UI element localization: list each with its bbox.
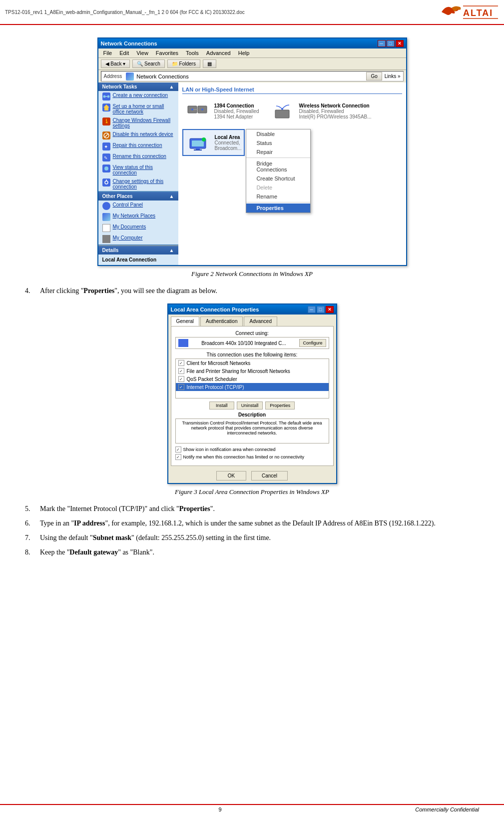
comp-file-sharing-label: File and Printer Sharing for Microsoft N… [187, 368, 290, 374]
sidebar-rename[interactable]: ✎ Rename this connection [98, 152, 178, 163]
figure2-container: Network Connections ─ □ ✕ File Edit View… [25, 38, 479, 278]
sidebar-disable-device[interactable]: Disable this network device [98, 130, 178, 141]
para4-num: 4. [25, 286, 35, 296]
item-6: 6. Type in an "IP address", for example,… [25, 518, 479, 528]
props-close[interactable]: ✕ [326, 306, 334, 313]
altai-logo-svg: ALTAI [439, 2, 499, 22]
other-places-title: Other Places ▲ [98, 192, 178, 200]
svg-point-5 [107, 96, 109, 98]
tab-authentication[interactable]: Authentication [200, 316, 243, 326]
network-tasks-title: Network Tasks ▲ [98, 82, 178, 91]
comp-file-sharing[interactable]: ✓ File and Printer Sharing for Microsoft… [176, 367, 329, 375]
ctx-properties[interactable]: Properties [246, 204, 310, 212]
svg-text:✦: ✦ [104, 144, 108, 150]
comp-client[interactable]: ✓ Client for Microsoft Networks [176, 359, 329, 367]
winxp-titlebar: Network Connections ─ □ ✕ [98, 38, 406, 48]
network-places-icon [102, 213, 110, 221]
uninstall-button[interactable]: Uninstall [237, 402, 263, 410]
back-button[interactable]: ◀ Back ▾ [101, 60, 130, 68]
menu-file[interactable]: File [101, 50, 115, 56]
repair-icon: ✦ [102, 142, 110, 150]
ctx-delete: Delete [246, 183, 310, 192]
props-minimize[interactable]: ─ [308, 306, 316, 313]
conn-wireless-info: Wireless Network Connection Disabled, Fi… [299, 103, 372, 120]
conn-1394-icon [185, 101, 209, 121]
sidebar-view-status[interactable]: View status of this connection [98, 163, 178, 177]
comp-tcpip-checkbox[interactable]: ✓ [178, 384, 184, 390]
network-tasks-section: Network Tasks ▲ Create a new connection … [98, 82, 178, 191]
collapse-icon[interactable]: ▲ [169, 84, 174, 90]
menu-advanced[interactable]: Advanced [204, 50, 233, 56]
my-documents-icon [102, 224, 110, 232]
details-content: Local Area Connection [98, 254, 178, 265]
description-box: Transmission Control Protocol/Internet P… [175, 418, 329, 444]
connections-main-area: LAN or High-Speed Internet [178, 82, 406, 265]
toolbar: ◀ Back ▾ 🔍 Search 📁 Folders ▦ [98, 58, 406, 70]
action-buttons-row: Install Uninstall Properties [175, 402, 329, 410]
details-collapse-icon[interactable]: ▲ [169, 248, 174, 253]
item-7-num: 7. [25, 532, 35, 543]
details-section: Details ▲ Local Area Connection [98, 246, 178, 265]
properties-dialog: Local Area Connection Properties ─ □ ✕ G… [167, 304, 337, 484]
ctx-repair[interactable]: Repair [246, 148, 310, 156]
show-icon-label: Show icon in notification area when conn… [183, 447, 276, 452]
menu-tools[interactable]: Tools [183, 50, 201, 56]
tab-general[interactable]: General [171, 316, 200, 326]
sidebar-my-computer[interactable]: My Computer [98, 234, 178, 244]
ctx-status[interactable]: Status [246, 138, 310, 148]
comp-qos-checkbox[interactable]: ✓ [178, 376, 184, 382]
cancel-button[interactable]: Cancel [251, 471, 288, 480]
connection-1394[interactable]: 1394 Connection Disabled, Firewalled 139… [182, 98, 262, 124]
configure-button[interactable]: Configure [299, 339, 326, 347]
item-5: 5. Mark the "Internet Protocol (TCP/IP)"… [25, 504, 479, 514]
connection-wireless[interactable]: Wireless Network Connection Disabled, Fi… [267, 98, 375, 124]
sidebar-control-panel[interactable]: Control Panel [98, 200, 178, 212]
show-icon-checkbox[interactable]: ✓ [175, 446, 181, 452]
links-label: Links » [385, 74, 401, 79]
sidebar-repair[interactable]: ✦ Repair this connection [98, 141, 178, 152]
sidebar-change-settings[interactable]: Change settings of this connection [98, 177, 178, 191]
menu-help[interactable]: Help [236, 50, 252, 56]
item-5-num: 5. [25, 504, 35, 514]
folders-button[interactable]: 📁 Folders [167, 60, 200, 68]
comp-qos[interactable]: ✓ QoS Packet Scheduler [176, 375, 329, 383]
ctx-shortcut[interactable]: Create Shortcut [246, 174, 310, 183]
sidebar-create-connection[interactable]: Create a new connection [98, 91, 178, 102]
figure3-caption: Figure 3 Local Area Connection Propertie… [25, 488, 479, 496]
item-7: 7. Using the default "Subnet mask" (defa… [25, 532, 479, 543]
sidebar-home-network[interactable]: Set up a home or small office network [98, 102, 178, 116]
comp-tcpip[interactable]: ✓ Internet Protocol (TCP/IP) [176, 383, 329, 391]
sidebar-firewall[interactable]: Change Windows Firewall settings [98, 116, 178, 130]
other-places-collapse-icon[interactable]: ▲ [169, 194, 174, 199]
ctx-rename[interactable]: Rename [246, 192, 310, 201]
comp-client-checkbox[interactable]: ✓ [178, 360, 184, 366]
tab-advanced[interactable]: Advanced [244, 316, 277, 326]
minimize-button[interactable]: ─ [378, 40, 386, 47]
titlebar-buttons: ─ □ ✕ [378, 40, 404, 47]
notify-checkbox-row: ✓ Notify me when this connection has lim… [175, 454, 329, 460]
sidebar-network-places[interactable]: My Network Places [98, 212, 178, 222]
ctx-sep2 [246, 202, 310, 202]
menu-edit[interactable]: Edit [117, 50, 131, 56]
ok-button[interactable]: OK [216, 471, 246, 480]
components-row: This connection uses the following items… [175, 352, 329, 398]
view-button[interactable]: ▦ [203, 60, 216, 68]
address-value: Network Connections [136, 74, 364, 80]
go-button[interactable]: Go [366, 72, 382, 80]
search-button[interactable]: 🔍 Search [132, 60, 164, 68]
props-maximize[interactable]: □ [317, 306, 325, 313]
conn-local-name: Local Area [215, 134, 242, 140]
connection-local-area[interactable]: Local Area Connected, Broadcom... [182, 129, 245, 156]
properties-button[interactable]: Properties [265, 402, 295, 410]
maximize-button[interactable]: □ [387, 40, 395, 47]
menu-view[interactable]: View [134, 50, 151, 56]
ctx-bridge[interactable]: Bridge Connections [246, 159, 310, 174]
close-button[interactable]: ✕ [396, 40, 404, 47]
comp-file-sharing-checkbox[interactable]: ✓ [178, 368, 184, 374]
show-icon-checkbox-row: ✓ Show icon in notification area when co… [175, 446, 329, 452]
ctx-disable[interactable]: Disable [246, 130, 310, 138]
sidebar-my-documents[interactable]: My Documents [98, 222, 178, 234]
notify-checkbox[interactable]: ✓ [175, 454, 181, 460]
install-button[interactable]: Install [209, 402, 234, 410]
menu-favorites[interactable]: Favorites [153, 50, 181, 56]
